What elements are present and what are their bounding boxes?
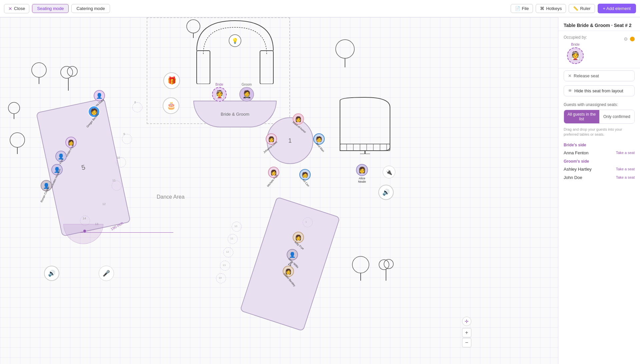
guest-name-ashley: Ashley Hartley — [564, 167, 592, 172]
hide-seat-button[interactable]: 👁 Hide this seat from layout — [564, 85, 635, 96]
svg-point-17 — [352, 256, 369, 273]
person-kitty-frye[interactable]: 👩 Kitty Frye — [293, 232, 304, 247]
speaker-icon-right-mid: 🔊 — [378, 185, 394, 200]
toolbar-right: 📄 File ⌘ Hotkeys 📏 Ruler + Add element — [511, 4, 636, 13]
piano — [337, 94, 393, 154]
close-icon: ✕ — [8, 6, 12, 11]
file-label: File — [522, 6, 529, 11]
compass-button[interactable]: ✛ — [462, 317, 471, 326]
guests-header: Guests with unassigned seats: — [558, 98, 640, 110]
svg-point-8 — [32, 63, 46, 77]
guest-row-john: John Doe Take a seat — [558, 173, 640, 182]
zoom-in-button[interactable]: + — [462, 328, 471, 337]
tree-top-center — [185, 18, 202, 38]
occupied-section: Occupied by: Bride 👰 ⚙ — [558, 31, 640, 68]
panel-title: Table Bride & Groom · Seat # 2 — [558, 17, 640, 31]
seating-mode-button[interactable]: Seating mode — [32, 4, 69, 13]
person-best-man[interactable]: 🧑 Best Man — [313, 133, 325, 148]
groom-seat-area[interactable]: Groom 🤵 — [239, 83, 254, 102]
measure-dot — [83, 230, 86, 232]
guest-row-ashley: Ashley Hartley Take a seat — [558, 165, 640, 173]
person-alice-neale[interactable]: 👩 Alice Neale — [356, 164, 368, 183]
bride-avatar-container: Bride 👰 — [564, 42, 587, 64]
person-gregor-bentlez[interactable]: 🧑 Gregor Bentlez — [85, 106, 103, 121]
catering-mode-button[interactable]: Catering mode — [71, 4, 110, 13]
zoom-controls: ✛ + − — [462, 317, 471, 347]
take-seat-ashley[interactable]: Take a seat — [616, 167, 635, 171]
brides-side-label: Bride's side — [558, 141, 640, 149]
gear-icon[interactable]: ⚙ — [624, 36, 628, 42]
table-4[interactable]: 4 — [240, 197, 340, 331]
zoom-out-button[interactable]: − — [462, 338, 471, 347]
table-1-label: 1 — [288, 137, 292, 144]
svg-rect-0 — [197, 51, 210, 84]
tree-bottom-right-2 — [377, 257, 395, 281]
seat-circle-t4-13[interactable]: 13 — [220, 261, 230, 271]
purple-arc-decoration — [63, 224, 103, 244]
seat-num-9: 9 — [123, 132, 125, 136]
file-button[interactable]: 📄 File — [511, 4, 533, 13]
take-seat-anna[interactable]: Take a seat — [616, 151, 635, 155]
hotkeys-label: Hotkeys — [546, 6, 562, 11]
seat-circle-t4-11[interactable]: 11 — [228, 234, 238, 244]
toolbar: ✕ Close Seating mode Catering mode 📄 Fil… — [0, 0, 640, 17]
person-michele-frye[interactable]: 👩 Michele Frye — [266, 167, 281, 182]
seat-num-12: 12 — [102, 202, 106, 206]
seat-circle-t4-12[interactable]: 12 — [223, 247, 233, 257]
close-button[interactable]: ✕ Close — [4, 4, 29, 13]
power-plug-icon: 🔌 — [383, 166, 395, 178]
person-olivia-duke[interactable]: 👤 Olivia Duke — [93, 90, 106, 105]
person-ronan-cooper[interactable]: 👤 Ronan Cooper — [38, 180, 55, 195]
drag-hint: Drag and drop your guests into your pref… — [558, 127, 640, 141]
eye-icon: 👁 — [568, 88, 572, 93]
all-guests-toggle[interactable]: All guests in the list — [564, 110, 599, 123]
release-seat-button[interactable]: ✕ Release seat — [564, 70, 635, 81]
take-seat-john[interactable]: Take a seat — [616, 175, 635, 179]
cake-icon: 🎂 — [163, 97, 179, 114]
person-darrel-frye[interactable]: 👤 Darrel Frye — [54, 151, 68, 166]
canvas-area[interactable]: 💡 — [0, 17, 558, 364]
ruler-label: Ruler — [580, 6, 590, 11]
add-element-button[interactable]: + Add element — [598, 4, 636, 13]
person-kirstin-frye[interactable]: 👩 Kirstin Frye — [64, 137, 78, 152]
seat-circle-t4-1[interactable]: 1 — [303, 217, 313, 227]
guest-row-anna: Anna Fenton Take a seat — [558, 149, 640, 157]
person-kit-carr[interactable]: 🧑 Kit Carr — [299, 169, 311, 184]
person-izabel-bentley[interactable]: 👩 Izabel Bentley — [280, 266, 297, 281]
svg-point-4 — [187, 20, 200, 33]
seating-mode-label: Seating mode — [37, 6, 64, 11]
svg-text:💡: 💡 — [232, 38, 238, 44]
bride-canvas-avatar: 👰 — [212, 87, 227, 102]
main-content: 💡 — [0, 17, 640, 364]
tree-top-left-1 — [30, 61, 48, 84]
svg-point-13 — [8, 102, 20, 114]
person-maid-of-honor[interactable]: 👩 Maid-of-honor — [290, 113, 307, 128]
gift-icon: 🎁 — [163, 72, 180, 89]
alice-neale-label2: Neale — [358, 180, 366, 183]
svg-rect-1 — [260, 51, 273, 84]
only-confirmed-toggle[interactable]: Only confirmed — [599, 110, 635, 123]
person-jonty-willis[interactable]: 👤 Jonty Willis — [286, 249, 299, 264]
bride-groom-table-label: Bride & Groom — [221, 112, 249, 117]
seat-circle-t5-4[interactable] — [112, 181, 122, 191]
file-icon: 📄 — [515, 6, 520, 11]
gold-dot — [630, 37, 635, 41]
groom-canvas-label: Groom — [242, 83, 252, 86]
seat-circle-t4-14[interactable]: 14 — [216, 273, 226, 283]
grooms-side-label: Groom's side — [558, 157, 640, 165]
person-brenden-houston[interactable]: 👤 Brenden Houston — [47, 164, 67, 179]
ruler-button[interactable]: 📏 Ruler — [569, 4, 595, 13]
tree-left-mid — [7, 101, 22, 119]
svg-rect-22 — [340, 144, 390, 151]
tree-left-lower — [8, 131, 27, 154]
seat-circle-t5-1[interactable] — [132, 102, 142, 112]
seat-circle-t4-10[interactable]: 10 — [232, 222, 242, 232]
bride-seat-area[interactable]: Bride 👰 — [212, 83, 227, 102]
person-johanna-lowe[interactable]: 👩 Johanna Lowe — [263, 133, 280, 148]
seat-num-8: 8 — [134, 101, 136, 104]
only-confirmed-label: Only confirmed — [603, 114, 630, 119]
catering-mode-label: Catering mode — [76, 6, 105, 11]
dance-area-label: Dance Area — [157, 194, 185, 200]
hotkeys-button[interactable]: ⌘ Hotkeys — [536, 4, 566, 13]
tree-bottom-right-1 — [350, 254, 372, 281]
